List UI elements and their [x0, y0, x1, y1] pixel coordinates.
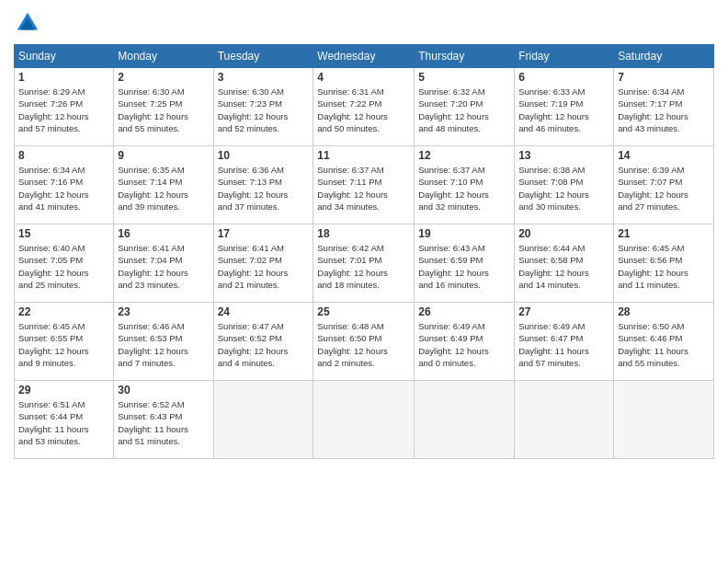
- day-info: Sunrise: 6:44 AM Sunset: 6:58 PM Dayligh…: [518, 242, 609, 291]
- calendar-cell: 1Sunrise: 6:29 AM Sunset: 7:26 PM Daylig…: [15, 68, 114, 146]
- day-info: Sunrise: 6:41 AM Sunset: 7:02 PM Dayligh…: [218, 242, 310, 291]
- page: SundayMondayTuesdayWednesdayThursdayFrid…: [0, 0, 728, 563]
- calendar-week-row: 1Sunrise: 6:29 AM Sunset: 7:26 PM Daylig…: [15, 68, 714, 146]
- calendar-cell: 8Sunrise: 6:34 AM Sunset: 7:16 PM Daylig…: [15, 146, 114, 224]
- calendar-header-row: SundayMondayTuesdayWednesdayThursdayFrid…: [15, 45, 714, 68]
- day-info: Sunrise: 6:49 AM Sunset: 6:49 PM Dayligh…: [418, 320, 510, 369]
- calendar-day-header: Tuesday: [213, 45, 313, 68]
- calendar-cell: [515, 381, 614, 459]
- calendar-cell: 3Sunrise: 6:30 AM Sunset: 7:23 PM Daylig…: [213, 68, 313, 146]
- day-number: 28: [618, 305, 710, 318]
- calendar-cell: 23Sunrise: 6:46 AM Sunset: 6:53 PM Dayli…: [114, 303, 213, 381]
- calendar-day-header: Thursday: [415, 45, 515, 68]
- calendar-cell: 15Sunrise: 6:40 AM Sunset: 7:05 PM Dayli…: [15, 224, 114, 303]
- calendar-cell: 5Sunrise: 6:32 AM Sunset: 7:20 PM Daylig…: [415, 68, 515, 146]
- calendar-cell: 29Sunrise: 6:51 AM Sunset: 6:44 PM Dayli…: [15, 381, 114, 459]
- day-number: 13: [518, 149, 609, 162]
- day-number: 7: [618, 71, 710, 84]
- calendar-cell: 18Sunrise: 6:42 AM Sunset: 7:01 PM Dayli…: [313, 224, 415, 303]
- calendar-cell: 12Sunrise: 6:37 AM Sunset: 7:10 PM Dayli…: [415, 146, 515, 224]
- day-info: Sunrise: 6:37 AM Sunset: 7:11 PM Dayligh…: [317, 164, 410, 213]
- day-number: 18: [317, 227, 410, 240]
- calendar-day-header: Monday: [114, 45, 213, 68]
- day-number: 27: [518, 305, 609, 318]
- calendar-cell: 6Sunrise: 6:33 AM Sunset: 7:19 PM Daylig…: [515, 68, 614, 146]
- day-info: Sunrise: 6:31 AM Sunset: 7:22 PM Dayligh…: [317, 86, 410, 134]
- day-number: 12: [418, 149, 510, 162]
- day-info: Sunrise: 6:38 AM Sunset: 7:08 PM Dayligh…: [518, 164, 609, 213]
- calendar-day-header: Sunday: [15, 45, 114, 68]
- logo: [14, 9, 45, 37]
- day-number: 2: [118, 71, 209, 84]
- day-number: 24: [218, 305, 310, 318]
- calendar-cell: 26Sunrise: 6:49 AM Sunset: 6:49 PM Dayli…: [415, 303, 515, 381]
- day-info: Sunrise: 6:29 AM Sunset: 7:26 PM Dayligh…: [18, 86, 109, 134]
- calendar-cell: 28Sunrise: 6:50 AM Sunset: 6:46 PM Dayli…: [614, 303, 714, 381]
- day-info: Sunrise: 6:34 AM Sunset: 7:16 PM Dayligh…: [18, 164, 109, 213]
- calendar-day-header: Friday: [515, 45, 614, 68]
- day-number: 14: [618, 149, 710, 162]
- calendar-cell: 7Sunrise: 6:34 AM Sunset: 7:17 PM Daylig…: [614, 68, 714, 146]
- day-number: 29: [18, 384, 109, 396]
- day-info: Sunrise: 6:34 AM Sunset: 7:17 PM Dayligh…: [618, 86, 710, 134]
- calendar-cell: 16Sunrise: 6:41 AM Sunset: 7:04 PM Dayli…: [114, 224, 213, 303]
- calendar-cell: 11Sunrise: 6:37 AM Sunset: 7:11 PM Dayli…: [313, 146, 415, 224]
- day-info: Sunrise: 6:37 AM Sunset: 7:10 PM Dayligh…: [418, 164, 510, 213]
- day-info: Sunrise: 6:35 AM Sunset: 7:14 PM Dayligh…: [118, 164, 209, 213]
- day-number: 6: [518, 71, 609, 84]
- calendar-cell: 17Sunrise: 6:41 AM Sunset: 7:02 PM Dayli…: [213, 224, 313, 303]
- day-info: Sunrise: 6:33 AM Sunset: 7:19 PM Dayligh…: [518, 86, 609, 134]
- calendar-cell: [213, 381, 313, 459]
- day-info: Sunrise: 6:39 AM Sunset: 7:07 PM Dayligh…: [618, 164, 710, 213]
- logo-icon: [14, 9, 41, 37]
- day-info: Sunrise: 6:30 AM Sunset: 7:23 PM Dayligh…: [218, 86, 310, 134]
- day-number: 15: [18, 227, 109, 240]
- calendar-cell: [614, 381, 714, 459]
- day-info: Sunrise: 6:32 AM Sunset: 7:20 PM Dayligh…: [418, 86, 510, 134]
- day-info: Sunrise: 6:30 AM Sunset: 7:25 PM Dayligh…: [118, 86, 209, 134]
- calendar-cell: 9Sunrise: 6:35 AM Sunset: 7:14 PM Daylig…: [114, 146, 213, 224]
- day-number: 17: [218, 227, 310, 240]
- day-number: 10: [218, 149, 310, 162]
- calendar-cell: 30Sunrise: 6:52 AM Sunset: 6:43 PM Dayli…: [114, 381, 213, 459]
- day-number: 11: [317, 149, 410, 162]
- day-number: 20: [518, 227, 609, 240]
- calendar-table: SundayMondayTuesdayWednesdayThursdayFrid…: [14, 44, 714, 459]
- calendar-cell: 20Sunrise: 6:44 AM Sunset: 6:58 PM Dayli…: [515, 224, 614, 303]
- calendar-cell: 4Sunrise: 6:31 AM Sunset: 7:22 PM Daylig…: [313, 68, 415, 146]
- day-info: Sunrise: 6:46 AM Sunset: 6:53 PM Dayligh…: [118, 320, 209, 369]
- day-number: 4: [317, 71, 410, 84]
- day-number: 26: [418, 305, 510, 318]
- header: [14, 9, 714, 37]
- calendar-week-row: 15Sunrise: 6:40 AM Sunset: 7:05 PM Dayli…: [15, 224, 714, 303]
- day-info: Sunrise: 6:49 AM Sunset: 6:47 PM Dayligh…: [518, 320, 609, 369]
- calendar-cell: 24Sunrise: 6:47 AM Sunset: 6:52 PM Dayli…: [213, 303, 313, 381]
- day-info: Sunrise: 6:36 AM Sunset: 7:13 PM Dayligh…: [218, 164, 310, 213]
- day-number: 1: [18, 71, 109, 84]
- day-number: 25: [317, 305, 410, 318]
- day-number: 3: [218, 71, 310, 84]
- day-number: 16: [118, 227, 209, 240]
- day-number: 30: [118, 384, 209, 396]
- calendar-cell: 14Sunrise: 6:39 AM Sunset: 7:07 PM Dayli…: [614, 146, 714, 224]
- day-info: Sunrise: 6:45 AM Sunset: 6:55 PM Dayligh…: [18, 320, 109, 369]
- calendar-cell: [313, 381, 415, 459]
- calendar-cell: 27Sunrise: 6:49 AM Sunset: 6:47 PM Dayli…: [515, 303, 614, 381]
- calendar-day-header: Wednesday: [313, 45, 415, 68]
- day-info: Sunrise: 6:50 AM Sunset: 6:46 PM Dayligh…: [618, 320, 710, 369]
- day-info: Sunrise: 6:52 AM Sunset: 6:43 PM Dayligh…: [118, 398, 209, 447]
- calendar-cell: 19Sunrise: 6:43 AM Sunset: 6:59 PM Dayli…: [415, 224, 515, 303]
- day-info: Sunrise: 6:47 AM Sunset: 6:52 PM Dayligh…: [218, 320, 310, 369]
- day-number: 19: [418, 227, 510, 240]
- calendar-cell: 21Sunrise: 6:45 AM Sunset: 6:56 PM Dayli…: [614, 224, 714, 303]
- day-info: Sunrise: 6:45 AM Sunset: 6:56 PM Dayligh…: [618, 242, 710, 291]
- day-number: 5: [418, 71, 510, 84]
- day-info: Sunrise: 6:43 AM Sunset: 6:59 PM Dayligh…: [418, 242, 510, 291]
- calendar-week-row: 29Sunrise: 6:51 AM Sunset: 6:44 PM Dayli…: [15, 381, 714, 459]
- calendar-cell: 22Sunrise: 6:45 AM Sunset: 6:55 PM Dayli…: [15, 303, 114, 381]
- day-number: 23: [118, 305, 209, 318]
- day-info: Sunrise: 6:42 AM Sunset: 7:01 PM Dayligh…: [317, 242, 410, 291]
- calendar-cell: [415, 381, 515, 459]
- day-info: Sunrise: 6:51 AM Sunset: 6:44 PM Dayligh…: [18, 398, 109, 447]
- calendar-cell: 13Sunrise: 6:38 AM Sunset: 7:08 PM Dayli…: [515, 146, 614, 224]
